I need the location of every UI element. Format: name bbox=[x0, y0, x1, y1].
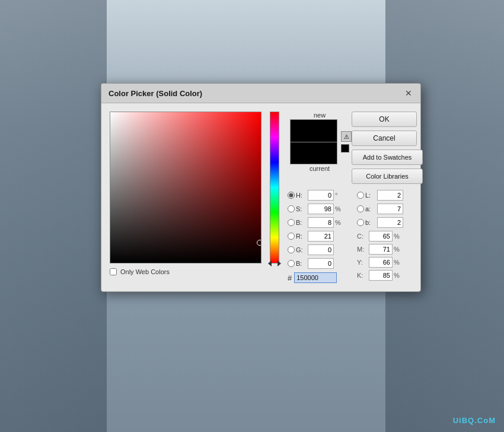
bg-buildings-left bbox=[0, 0, 107, 432]
hue-slider[interactable] bbox=[270, 112, 279, 263]
m-label: M: bbox=[357, 246, 368, 253]
l-input[interactable] bbox=[377, 190, 403, 201]
hex-input[interactable] bbox=[294, 272, 337, 283]
right-panel: new ⚠ bbox=[288, 112, 423, 283]
g-field-row: G: bbox=[288, 243, 353, 256]
b-rgb-label: B: bbox=[296, 260, 307, 267]
a-input[interactable] bbox=[377, 204, 403, 214]
hue-slider-wrap bbox=[269, 112, 280, 283]
y-unit: % bbox=[394, 259, 400, 266]
r-input[interactable] bbox=[308, 231, 334, 242]
r-field-row: R: bbox=[288, 230, 353, 243]
g-input[interactable] bbox=[308, 244, 334, 255]
g-radio[interactable] bbox=[288, 246, 295, 253]
lower-fields: H: ° S: % B: bbox=[288, 189, 423, 283]
s-label: S: bbox=[296, 205, 307, 212]
current-label: current bbox=[310, 165, 330, 172]
l-radio[interactable] bbox=[357, 192, 364, 199]
preview-current-box[interactable] bbox=[290, 142, 337, 164]
b-lab-input[interactable] bbox=[377, 217, 403, 228]
g-label: G: bbox=[296, 246, 307, 253]
ok-button[interactable]: OK bbox=[352, 112, 417, 127]
b-radio[interactable] bbox=[288, 219, 295, 226]
dialog-title: Color Picker (Solid Color) bbox=[109, 89, 202, 98]
preview-boxes-col bbox=[290, 119, 337, 164]
h-input[interactable] bbox=[308, 190, 334, 201]
col-lab-cmyk: L: a: b: bbox=[357, 189, 423, 283]
only-web-colors-checkbox[interactable] bbox=[110, 268, 117, 275]
hex-row: # bbox=[288, 272, 353, 283]
y-input[interactable] bbox=[369, 257, 393, 268]
s-input[interactable] bbox=[308, 204, 334, 214]
b-lab-radio[interactable] bbox=[357, 219, 364, 226]
watermark: UiBQ.CoM bbox=[453, 416, 496, 425]
h-unit: ° bbox=[335, 192, 343, 199]
b-input[interactable] bbox=[308, 217, 334, 228]
y-label: Y: bbox=[357, 259, 368, 266]
y-row: Y: % bbox=[357, 256, 423, 268]
cancel-button[interactable]: Cancel bbox=[352, 131, 417, 146]
h-radio[interactable] bbox=[288, 192, 295, 199]
a-radio[interactable] bbox=[357, 205, 364, 212]
b-rgb-radio[interactable] bbox=[288, 260, 295, 267]
buttons-section: OK Cancel Add to Swatches Color Librarie… bbox=[352, 112, 423, 184]
k-row: K: % bbox=[357, 269, 423, 281]
b-field-row: B: % bbox=[288, 216, 353, 229]
b-rgb-input[interactable] bbox=[308, 258, 334, 269]
new-label: new bbox=[314, 112, 326, 119]
hex-hash: # bbox=[288, 274, 292, 282]
m-unit: % bbox=[394, 246, 400, 253]
color-picker-dialog: Color Picker (Solid Color) ✕ Only Web Co… bbox=[101, 83, 421, 292]
b-lab-field-row: b: bbox=[357, 216, 423, 229]
k-unit: % bbox=[394, 272, 400, 279]
out-of-gamut-icon[interactable]: ⚠ bbox=[341, 131, 352, 142]
c-label: C: bbox=[357, 233, 368, 240]
s-radio[interactable] bbox=[288, 205, 295, 212]
color-field-brightness bbox=[110, 112, 261, 263]
h-label: H: bbox=[296, 192, 307, 199]
color-field-wrap: Only Web Colors bbox=[110, 112, 261, 283]
m-row: M: % bbox=[357, 243, 423, 255]
only-web-colors-row: Only Web Colors bbox=[110, 268, 261, 275]
color-preview-section: new ⚠ bbox=[288, 112, 352, 184]
right-top: new ⚠ bbox=[288, 112, 423, 184]
gamut-swatch[interactable] bbox=[341, 144, 349, 153]
r-radio[interactable] bbox=[288, 233, 295, 240]
a-field-row: a: bbox=[357, 202, 423, 215]
k-input[interactable] bbox=[369, 270, 393, 281]
color-gradient-field[interactable] bbox=[110, 112, 261, 263]
c-input[interactable] bbox=[369, 231, 393, 242]
col-hsb-rgb: H: ° S: % B: bbox=[288, 189, 353, 283]
only-web-colors-label[interactable]: Only Web Colors bbox=[120, 268, 170, 275]
color-libraries-button[interactable]: Color Libraries bbox=[352, 169, 423, 184]
preview-side-icons: ⚠ bbox=[341, 131, 352, 153]
dialog-titlebar: Color Picker (Solid Color) ✕ bbox=[101, 84, 420, 103]
s-unit: % bbox=[335, 205, 343, 212]
a-label: a: bbox=[365, 205, 376, 212]
c-unit: % bbox=[394, 233, 400, 240]
l-field-row: L: bbox=[357, 189, 423, 202]
h-field-row: H: ° bbox=[288, 189, 353, 202]
b-lab-label: b: bbox=[365, 219, 376, 226]
add-to-swatches-button[interactable]: Add to Swatches bbox=[352, 150, 423, 165]
s-field-row: S: % bbox=[288, 202, 353, 215]
b-label: B: bbox=[296, 219, 307, 226]
k-label: K: bbox=[357, 272, 368, 279]
hue-arrow-left bbox=[268, 261, 272, 266]
b-rgb-field-row: B: bbox=[288, 257, 353, 270]
r-label: R: bbox=[296, 233, 307, 240]
preview-new-box[interactable] bbox=[290, 119, 337, 142]
preview-stack: ⚠ bbox=[288, 119, 352, 164]
b-unit: % bbox=[335, 219, 343, 226]
close-button[interactable]: ✕ bbox=[404, 88, 413, 98]
hue-arrow-right bbox=[277, 261, 281, 266]
l-label: L: bbox=[365, 192, 376, 199]
c-row: C: % bbox=[357, 230, 423, 242]
m-input[interactable] bbox=[369, 244, 393, 255]
dialog-body: Only Web Colors new bbox=[101, 103, 420, 291]
